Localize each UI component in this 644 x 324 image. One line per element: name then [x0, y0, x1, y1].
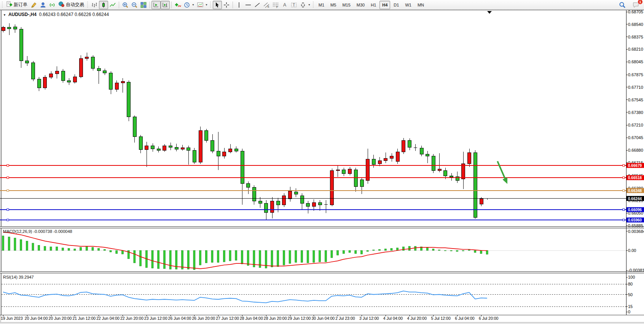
toolbar-drag-handle[interactable] [2, 2, 3, 8]
timeframe-button-H1[interactable]: H1 [368, 1, 379, 9]
chart-title: ▼AUDUSD-,H4 0.66243 0.66247 0.66226 0.66… [3, 12, 109, 17]
candlestick-chart-button[interactable] [99, 1, 108, 9]
svg-text:26 Jun 20:00: 26 Jun 20:00 [192, 316, 215, 321]
toolbar-drag-handle[interactable] [312, 2, 314, 8]
styler-button[interactable] [29, 1, 38, 9]
svg-text:19 Jun 2023: 19 Jun 2023 [1, 316, 23, 321]
chart-shift-icon [162, 2, 169, 8]
auto-trading-icon [58, 1, 65, 9]
signals-button[interactable] [48, 1, 57, 9]
tile-windows-button[interactable] [139, 1, 148, 9]
trendline-icon [254, 2, 261, 8]
cursor-icon [214, 2, 221, 8]
timeframe-button-W1[interactable]: W1 [402, 1, 414, 9]
new-order-button[interactable]: 新订单 [5, 1, 29, 9]
svg-text:50: 50 [628, 292, 633, 297]
svg-text:0.66880: 0.66880 [628, 148, 643, 152]
svg-text:4 Jul 20:00: 4 Jul 20:00 [407, 316, 427, 321]
notification-badge: 1 [638, 0, 643, 5]
timeframe-button-H4[interactable]: H4 [379, 1, 390, 9]
svg-text:20 Jun 20:00: 20 Jun 20:00 [49, 316, 72, 321]
trendline-button[interactable] [253, 1, 262, 9]
svg-text:5 Jul 12:00: 5 Jul 12:00 [431, 316, 451, 321]
chevron-down-icon: ▼ [308, 3, 311, 6]
chart-canvas[interactable]: 0.687050.685400.683750.682100.680450.678… [0, 0, 644, 324]
timeframe-button-M15[interactable]: M15 [340, 1, 353, 9]
equidistant-channel-button[interactable]: E [262, 1, 271, 9]
text-button[interactable]: A [280, 1, 289, 9]
line-chart-button[interactable] [108, 1, 117, 9]
chart-symbol-period: AUDUSD-,H4 [8, 12, 37, 17]
svg-text:0.67710: 0.67710 [628, 85, 643, 90]
svg-text:6 Jul 20:00: 6 Jul 20:00 [479, 316, 499, 321]
svg-text:0.66096: 0.66096 [628, 208, 642, 212]
periods-button[interactable]: ▼ [182, 1, 196, 9]
timeframe-button-D1[interactable]: D1 [391, 1, 402, 9]
toolbar-drag-handle[interactable] [210, 2, 212, 8]
svg-text:15: 15 [628, 304, 633, 309]
fibonacci-button[interactable]: F [271, 1, 280, 9]
chevron-down-icon: ▼ [205, 3, 208, 6]
timeframe-toolbar: M1M5M15M30H1H4D1W1MN [316, 0, 427, 10]
templates-button[interactable]: ▼ [196, 1, 209, 9]
svg-text:0.68045: 0.68045 [628, 59, 643, 64]
profile-button[interactable] [38, 1, 48, 9]
horizontal-line-button[interactable] [244, 1, 253, 9]
hline-tag-0.66679[interactable]: 0.66679 [626, 163, 644, 168]
collapse-quote-icon[interactable]: ▼ [3, 13, 6, 17]
auto-scroll-button[interactable] [151, 1, 161, 9]
arrows-button[interactable]: ▼ [298, 1, 312, 9]
svg-text:E: E [268, 5, 269, 8]
notifications-button[interactable]: 1 [631, 1, 641, 9]
svg-text:0.67545: 0.67545 [628, 98, 643, 102]
timeframe-button-MN[interactable]: MN [415, 1, 427, 9]
vertical-line-button[interactable] [234, 1, 244, 9]
zoom-out-icon [131, 2, 138, 8]
profile-icon [40, 2, 46, 8]
chart-ohlc-quote: 0.66243 0.66247 0.66226 0.66244 [39, 12, 109, 17]
crosshair-button[interactable] [222, 1, 231, 9]
rsi-label: RSI(14) 39.2947 [3, 275, 34, 279]
svg-text:22 Jun 20:00: 22 Jun 20:00 [120, 316, 143, 321]
rsi-value: 39.2947 [19, 275, 34, 279]
auto-trading-label: 自动交易 [66, 2, 85, 8]
chart-shift-button[interactable] [161, 1, 170, 9]
svg-text:T: T [293, 3, 295, 7]
zoom-out-button[interactable] [130, 1, 139, 9]
macd-name: MACD(12,26,9) [3, 229, 32, 234]
signals-icon [49, 2, 56, 8]
timeframe-button-M30[interactable]: M30 [354, 1, 367, 9]
bar-chart-icon [91, 2, 98, 8]
chevron-down-icon: ▼ [192, 3, 194, 6]
cursor-button[interactable] [213, 1, 222, 9]
current-price-tag[interactable]: 0.66244 [626, 196, 644, 201]
macd-label: MACD(12,26,9) -0.000738 -0.000048 [3, 229, 72, 234]
svg-text:100: 100 [628, 275, 635, 279]
svg-text:0.003684: 0.003684 [628, 229, 644, 234]
hline-tag-0.66348[interactable]: 0.66348 [626, 188, 644, 193]
hline-tag-0.66096[interactable]: 0.66096 [626, 207, 644, 212]
search-button[interactable] [617, 1, 627, 9]
auto-trading-button[interactable]: 自动交易 [57, 1, 86, 9]
clock-icon [183, 2, 190, 8]
svg-text:0.66518: 0.66518 [628, 176, 642, 180]
new-order-label: 新订单 [14, 2, 28, 8]
svg-text:0.67380: 0.67380 [628, 110, 643, 115]
timeframe-button-M1[interactable]: M1 [316, 1, 327, 9]
bar-chart-button[interactable] [90, 1, 99, 9]
hline-tag-0.66518[interactable]: 0.66518 [626, 175, 644, 180]
timeframe-button-M5[interactable]: M5 [328, 1, 339, 9]
svg-text:23 Jun 12:00: 23 Jun 12:00 [144, 316, 167, 321]
svg-text:0.66348: 0.66348 [628, 189, 642, 193]
svg-text:6 Jul 04:00: 6 Jul 04:00 [455, 316, 475, 321]
svg-text:28 Jun 20:00: 28 Jun 20:00 [264, 316, 287, 321]
indicators-button[interactable] [173, 1, 182, 9]
svg-text:0.67210: 0.67210 [628, 123, 643, 127]
text-label-button[interactable]: T [289, 1, 298, 9]
text-icon: A [281, 2, 288, 8]
svg-text:0.67875: 0.67875 [628, 72, 643, 77]
toolbar-drag-handle[interactable] [87, 2, 89, 8]
hline-tag-0.65960[interactable]: 0.65960 [626, 218, 644, 223]
zoom-in-button[interactable] [121, 1, 130, 9]
zoom-in-icon [122, 2, 129, 8]
